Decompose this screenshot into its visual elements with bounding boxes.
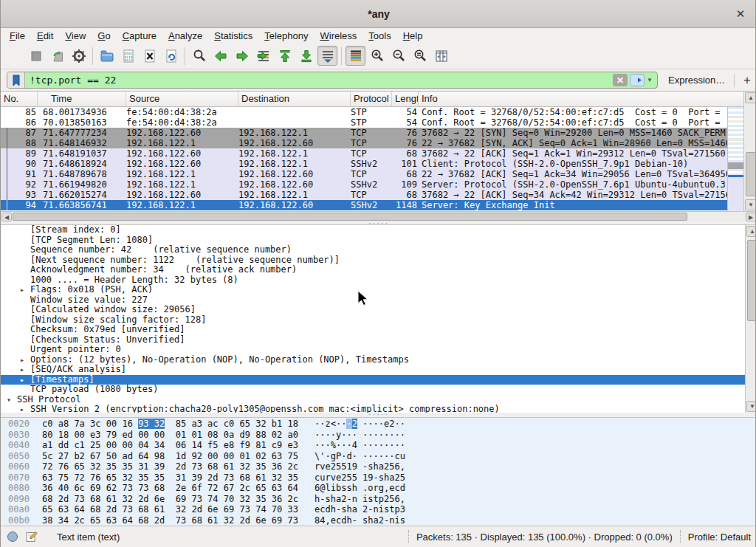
go-back-button[interactable] (210, 46, 230, 66)
expand-arrow-icon[interactable]: ▾ (7, 395, 17, 405)
filter-clear-button[interactable]: ✕ (613, 74, 628, 86)
detail-line[interactable]: [TCP Segment Len: 1080] (1, 235, 756, 246)
hex-row-00a0[interactable]: 00a065 63 64 68 2d 73 68 61 32 2d 6e 69 … (1, 504, 756, 515)
detail-line[interactable]: ▸[Timestamps] (1, 375, 756, 385)
column-header-no[interactable]: No. (1, 92, 38, 106)
add-filter-button[interactable]: + (743, 73, 751, 88)
reload-file-button[interactable] (161, 46, 181, 66)
detail-line[interactable]: [Window size scaling factor: 128] (1, 315, 756, 326)
packet-row-87[interactable]: 8771.647777234192.168.122.60192.168.122.… (1, 128, 743, 138)
hex-row-0050[interactable]: 00505c 27 b2 67 50 ad 64 98 1d 92 00 00 … (1, 451, 756, 462)
hex-row-00b0[interactable]: 00b038 34 2c 65 63 64 68 2d 73 68 61 32 … (1, 515, 756, 526)
detail-line[interactable]: Window size value: 227 (1, 295, 756, 306)
detail-line[interactable]: TCP payload (1080 bytes) (1, 385, 756, 395)
find-packet-button[interactable] (189, 46, 209, 66)
column-header-time[interactable]: Time (38, 92, 126, 106)
menu-analyze[interactable]: Analyze (162, 29, 208, 43)
packet-row-85[interactable]: 8568.001734936fe:54:00:d4:38:2aSTP54Conf… (1, 107, 743, 117)
hex-row-0030[interactable]: 003080 18 00 e3 79 ed 00 00 01 01 08 0a … (1, 430, 756, 441)
scroll-up-arrow[interactable]: ▲ (745, 92, 756, 103)
detail-line[interactable]: Checksum: 0x79ed [unverified] (1, 325, 756, 335)
colorize-toggle[interactable] (346, 46, 365, 66)
packet-row-90[interactable]: 9071.648618924192.168.122.60192.168.122.… (1, 159, 743, 169)
close-window-button[interactable]: ✕ (733, 7, 748, 21)
scroll-left-arrow[interactable]: ◀ (1, 213, 12, 221)
expand-arrow-icon[interactable]: ▸ (20, 405, 30, 413)
stop-capture-button[interactable] (26, 46, 46, 66)
column-header-protocol[interactable]: Protocol (351, 92, 392, 106)
menu-wireless[interactable]: Wireless (315, 29, 363, 43)
packet-list-vscrollbar[interactable]: ▲ ▼ (743, 92, 756, 211)
go-to-last-packet-button[interactable] (296, 46, 316, 66)
column-header-length[interactable]: Length (392, 92, 419, 106)
restart-capture-button[interactable] (47, 46, 67, 66)
expand-arrow-icon[interactable]: ▸ (20, 285, 30, 295)
display-filter-field[interactable]: ✕ ▼ (7, 72, 658, 89)
detail-line[interactable]: ▸[SEQ/ACK analysis] (1, 365, 756, 375)
hex-row-0020[interactable]: 0020c0 a8 7a 3c 00 16 93 32 85 a3 ac c0 … (1, 419, 756, 430)
packet-row-94[interactable]: 9471.663856741192.168.122.1192.168.122.6… (1, 200, 743, 210)
details-vscrollbar[interactable]: ▲ ▼ (745, 225, 756, 413)
hex-row-0080[interactable]: 008036 40 6c 69 62 73 73 68 2e 6f 72 67 … (1, 483, 756, 494)
expand-arrow-icon[interactable]: ▸ (20, 365, 30, 375)
detail-line[interactable]: Acknowledgment number: 34 (relative ack … (1, 265, 756, 275)
display-filter-input[interactable] (25, 75, 613, 86)
packet-bytes-pane[interactable]: 0020c0 a8 7a 3c 00 16 93 32 85 a3 ac c0 … (1, 417, 756, 526)
close-file-button[interactable] (140, 46, 159, 66)
go-forward-button[interactable] (232, 46, 252, 66)
open-file-button[interactable] (97, 46, 117, 66)
auto-scroll-toggle[interactable] (317, 46, 337, 66)
column-header-source[interactable]: Source (126, 92, 238, 106)
menu-tools[interactable]: Tools (362, 29, 396, 43)
detail-line[interactable]: [Stream index: 0] (1, 225, 756, 235)
expert-info-button[interactable] (7, 531, 18, 543)
zoom-out-button[interactable] (388, 46, 408, 66)
intelligent-scrollbar-minimap[interactable] (727, 107, 743, 211)
scroll-right-arrow[interactable]: ▶ (746, 213, 756, 221)
expand-arrow-icon[interactable]: ▸ (20, 355, 30, 365)
go-to-first-packet-button[interactable] (275, 46, 295, 66)
start-capture-button[interactable] (4, 46, 24, 66)
capture-comment-button[interactable] (26, 531, 38, 543)
packet-row-86[interactable]: 8670.013850163fe:54:00:d4:38:2aSTP54Conf… (1, 117, 743, 128)
detail-line[interactable]: ▸Options: (12 bytes), No-Operation (NOP)… (1, 355, 756, 365)
scroll-down-arrow[interactable]: ▼ (746, 401, 756, 412)
scroll-thumb[interactable] (747, 240, 756, 321)
packet-row-89[interactable]: 8971.648191037192.168.122.60192.168.122.… (1, 148, 743, 159)
menu-statistics[interactable]: Statistics (208, 29, 258, 43)
packet-list-header[interactable]: No.TimeSourceDestinationProtocolLengthIn… (1, 92, 743, 107)
detail-line[interactable]: 1000 .... = Header Length: 32 bytes (8) (1, 275, 756, 286)
packet-row-93[interactable]: 9371.662015274192.168.122.60192.168.122.… (1, 190, 743, 200)
detail-line[interactable]: ▾SSH Protocol (1, 395, 756, 405)
menu-go[interactable]: Go (92, 29, 116, 43)
profile-text[interactable]: Profile: Default (688, 531, 751, 543)
hex-row-0070[interactable]: 007063 75 72 76 65 32 35 35 31 39 2d 73 … (1, 472, 756, 484)
menu-help[interactable]: Help (397, 29, 429, 43)
detail-line[interactable]: Sequence number: 42 (relative sequence n… (1, 245, 756, 255)
scroll-up-arrow[interactable]: ▲ (746, 226, 756, 237)
zoom-in-button[interactable] (367, 46, 387, 66)
filter-dropdown-caret[interactable]: ▼ (647, 77, 653, 83)
packet-row-92[interactable]: 9271.661949820192.168.122.1192.168.122.6… (1, 179, 743, 190)
expand-arrow-icon[interactable]: ▸ (20, 375, 30, 385)
title-bar[interactable]: *any ✕ (1, 0, 756, 28)
detail-line[interactable]: [Next sequence number: 1122 (relative se… (1, 255, 756, 266)
resize-columns-button[interactable] (431, 46, 451, 66)
hex-row-0040[interactable]: 0040a1 dd c1 25 00 00 04 34 06 14 f5 e8 … (1, 440, 756, 451)
expression-button[interactable]: Expression… (668, 75, 725, 86)
scroll-down-arrow[interactable]: ▼ (745, 199, 756, 210)
packet-row-91[interactable]: 9171.648789678192.168.122.1192.168.122.6… (1, 169, 743, 179)
scroll-thumb[interactable] (13, 213, 687, 221)
filter-apply-button[interactable] (630, 74, 645, 86)
detail-line[interactable]: [Checksum Status: Unverified] (1, 335, 756, 345)
hex-row-0090[interactable]: 009068 2d 73 68 61 32 2d 6e 69 73 74 70 … (1, 494, 756, 505)
detail-line[interactable]: Urgent pointer: 0 (1, 345, 756, 355)
menu-view[interactable]: View (59, 29, 92, 43)
menu-capture[interactable]: Capture (117, 29, 162, 43)
column-header-info[interactable]: Info (419, 92, 743, 106)
menu-edit[interactable]: Edit (31, 29, 59, 43)
detail-line[interactable]: ▸Flags: 0x018 (PSH, ACK) (1, 285, 756, 295)
save-file-button[interactable]: 010101100111 (118, 46, 138, 66)
scroll-thumb[interactable] (746, 152, 756, 196)
menu-file[interactable]: File (4, 29, 31, 43)
